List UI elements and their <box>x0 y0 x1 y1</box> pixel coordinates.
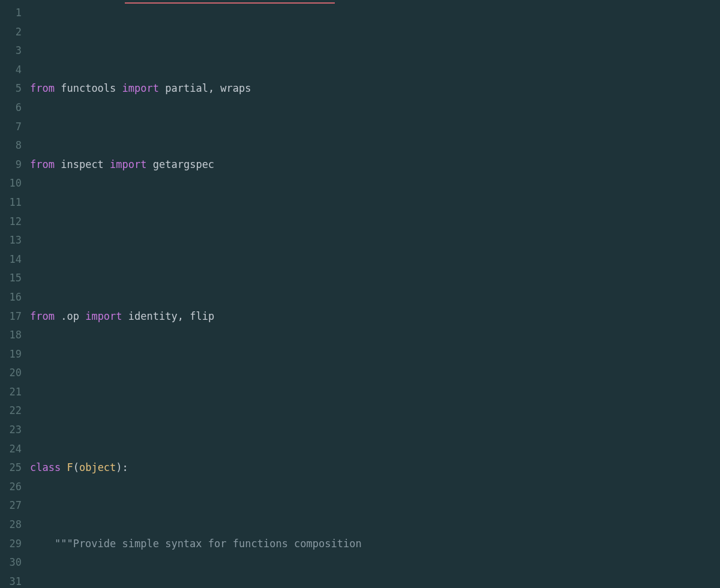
code-editor[interactable]: 1 2 3 4 5 6 7 8 9 10 11 12 13 14 15 16 1… <box>0 0 720 588</box>
module-name: functools <box>61 82 116 94</box>
line-number: 19 <box>0 345 22 364</box>
line-number: 4 <box>0 61 22 80</box>
code-line[interactable]: from .op import identity, flip <box>30 307 720 326</box>
line-number: 28 <box>0 515 22 535</box>
line-number: 10 <box>0 174 22 193</box>
code-line-blank[interactable] <box>30 231 720 250</box>
keyword-from: from <box>30 158 55 170</box>
line-number: 5 <box>0 79 22 98</box>
line-number: 13 <box>0 231 22 250</box>
line-number: 17 <box>0 307 22 326</box>
line-number: 26 <box>0 478 22 497</box>
imported-name: wraps <box>220 82 251 94</box>
imported-name: flip <box>190 310 214 322</box>
keyword-import: import <box>104 158 153 170</box>
base-class: object <box>79 461 116 473</box>
line-number: 16 <box>0 288 22 307</box>
keyword-import: import <box>116 82 165 94</box>
line-number: 15 <box>0 269 22 288</box>
line-number: 29 <box>0 535 22 554</box>
line-number: 7 <box>0 118 22 137</box>
module-name: inspect <box>61 158 104 170</box>
keyword-class: class <box>30 461 67 473</box>
line-number: 21 <box>0 383 22 402</box>
line-number: 30 <box>0 553 22 572</box>
line-number: 2 <box>0 23 22 42</box>
line-number: 22 <box>0 401 22 421</box>
keyword-from: from <box>30 82 55 94</box>
code-line-blank[interactable] <box>30 383 720 402</box>
line-number: 8 <box>0 136 22 155</box>
line-number: 9 <box>0 155 22 175</box>
keyword-from: from <box>30 310 55 322</box>
line-number: 20 <box>0 364 22 383</box>
error-underline <box>125 2 335 4</box>
docstring-line: """Provide simple syntax for functions c… <box>30 535 720 554</box>
line-number: 3 <box>0 41 22 61</box>
code-line[interactable]: from inspect import getargspec <box>30 155 720 175</box>
keyword-import: import <box>79 310 128 322</box>
line-number-gutter: 1 2 3 4 5 6 7 8 9 10 11 12 13 14 15 16 1… <box>0 0 30 588</box>
line-number: 6 <box>0 98 22 118</box>
imported-name: identity <box>128 310 178 322</box>
imported-name: getargspec <box>153 158 214 170</box>
line-number: 14 <box>0 250 22 269</box>
module-name: .op <box>61 310 79 322</box>
line-number: 31 <box>0 572 22 588</box>
code-line[interactable]: from functools import partial, wraps <box>30 79 720 98</box>
line-number: 27 <box>0 496 22 515</box>
line-number: 1 <box>0 4 22 23</box>
code-line[interactable]: class F(object): <box>30 458 720 478</box>
line-number: 25 <box>0 458 22 478</box>
line-number: 18 <box>0 326 22 345</box>
class-name: F <box>67 461 73 473</box>
code-area[interactable]: from functools import partial, wraps fro… <box>30 0 720 588</box>
imported-name: partial <box>165 82 208 94</box>
line-number: 23 <box>0 421 22 440</box>
line-number: 11 <box>0 193 22 212</box>
line-number: 12 <box>0 212 22 232</box>
line-number: 24 <box>0 440 22 459</box>
